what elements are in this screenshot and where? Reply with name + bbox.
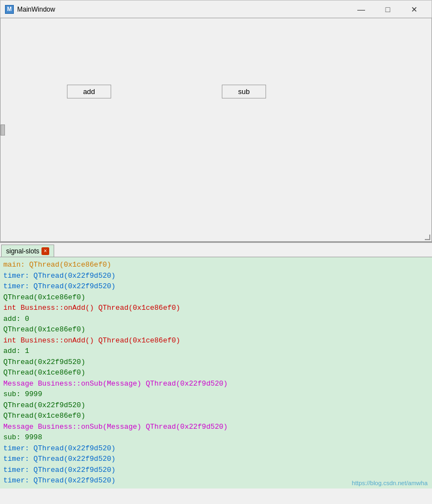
watermark: https://blog.csdn.net/amwha — [352, 480, 428, 486]
resize-handle[interactable] — [424, 233, 431, 241]
console-output[interactable]: main: QThread(0x1ce86ef0)timer: QThread(… — [0, 257, 432, 489]
scroll-indicator-left — [1, 124, 5, 136]
console-line: add: 1 — [3, 346, 429, 357]
console-line: Message Business::onSub(Message) QThread… — [3, 422, 429, 433]
console-tab-close-button[interactable]: × — [41, 247, 49, 255]
console-line: QThread(0x22f9d520) — [3, 400, 429, 411]
console-line: QThread(0x22f9d520) — [3, 357, 429, 368]
console-line: int Business::onAdd() QThread(0x1ce86ef0… — [3, 335, 429, 346]
console-tab-bar: signal-slots × — [0, 243, 432, 257]
console-line: QThread(0x1ce86ef0) — [3, 324, 429, 335]
window-content: add sub — [1, 18, 431, 241]
console-line: sub: 9999 — [3, 389, 429, 400]
minimize-button[interactable]: — — [348, 1, 374, 18]
console-line: timer: QThread(0x22f9d520) — [3, 281, 429, 292]
window-controls: — □ ✕ — [348, 1, 427, 18]
close-button[interactable]: ✕ — [402, 1, 427, 18]
console-line: timer: QThread(0x22f9d520) — [3, 271, 429, 282]
console-line: sub: 9998 — [3, 432, 429, 443]
console-line: add: 0 — [3, 314, 429, 325]
console-line: timer: QThread(0x22f9d520) — [3, 443, 429, 454]
maximize-button[interactable]: □ — [375, 1, 400, 18]
console-tab-label: signal-slots — [6, 247, 39, 255]
console-line: QThread(0x1ce86ef0) — [3, 411, 429, 422]
window-icon: M — [5, 5, 14, 14]
add-button[interactable]: add — [67, 85, 111, 98]
console-line: main: QThread(0x1ce86ef0) — [3, 259, 429, 271]
console-line: QThread(0x1ce86ef0) — [3, 367, 429, 378]
console-line: QThread(0x1ce86ef0) — [3, 292, 429, 303]
console-line: timer: QThread(0x22f9d520) — [3, 454, 429, 465]
sub-button[interactable]: sub — [222, 85, 266, 98]
title-bar: M MainWindow — □ ✕ — [0, 0, 432, 18]
main-window: add sub — [0, 18, 432, 242]
console-area: signal-slots × main: QThread(0x1ce86ef0)… — [0, 242, 432, 489]
console-tab-signal-slots[interactable]: signal-slots × — [1, 245, 54, 257]
buttons-row: add sub — [1, 85, 431, 98]
console-line: Message Business::onSub(Message) QThread… — [3, 378, 429, 389]
console-wrapper: main: QThread(0x1ce86ef0)timer: QThread(… — [0, 257, 432, 489]
console-line: timer: QThread(0x22f9d520) — [3, 465, 429, 476]
window-title: MainWindow — [17, 6, 348, 13]
console-line: int Business::onAdd() QThread(0x1ce86ef0… — [3, 303, 429, 314]
